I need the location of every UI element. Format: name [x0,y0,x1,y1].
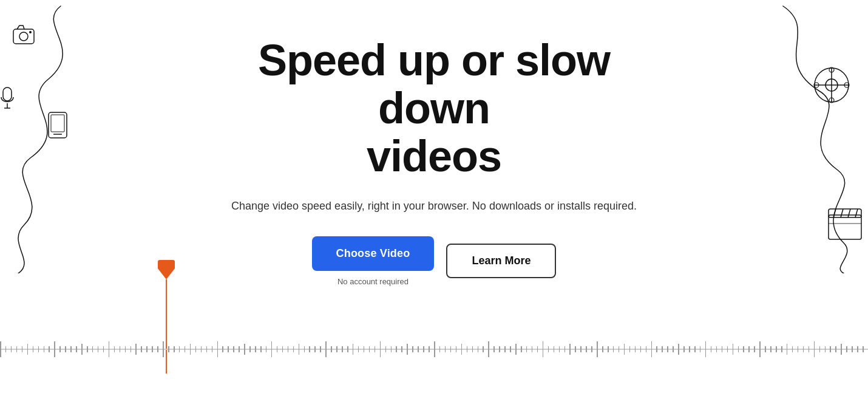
tick [727,346,728,352]
svg-point-14 [829,98,834,103]
svg-point-16 [844,83,849,87]
tick [244,344,245,355]
tick [135,344,137,355]
tick [222,346,223,352]
tick [331,346,332,352]
tick [515,344,517,355]
hero-title: Speed up or slow down videos [203,36,665,181]
tick [152,346,153,352]
tick [22,346,23,352]
hero-section: Speed up or slow down videos Change vide… [203,0,665,286]
tick [288,346,289,352]
learn-more-button[interactable]: Learn More [446,244,556,278]
tick [792,346,793,352]
tick [683,346,685,352]
tick [364,346,365,352]
tick [651,341,653,357]
tick [830,346,831,352]
svg-rect-8 [51,115,64,132]
tick [314,346,316,352]
tick [678,344,679,355]
svg-line-21 [848,209,850,217]
tick [803,346,804,352]
tick [217,341,219,357]
tick [852,346,853,352]
tick [16,346,18,352]
tick [499,346,500,352]
tick [765,346,766,352]
tick [185,346,186,352]
tick [559,346,560,352]
tick [733,344,734,355]
tick [146,346,147,352]
tick [418,346,419,352]
tick [103,346,104,352]
tick [521,346,522,352]
tick [586,346,587,352]
tick [27,344,29,355]
tick [835,346,836,352]
tick [401,346,402,352]
tick [787,344,788,355]
tick [325,341,327,357]
tick [0,341,1,357]
tick [445,346,446,352]
tick [569,344,571,355]
tick [320,346,321,352]
tick [369,346,370,352]
tick [781,346,782,352]
tick [59,346,61,352]
tick [748,346,750,352]
tick [461,344,463,355]
tick [70,346,72,352]
tick [299,344,300,355]
tick [347,346,348,352]
tick [141,346,142,352]
svg-rect-3 [3,87,12,101]
tick [92,346,93,352]
svg-rect-18 [829,209,861,217]
tick [163,341,164,357]
tick [472,346,473,352]
tick [488,341,489,357]
tick [689,346,690,352]
tick [863,346,864,352]
tick [597,341,598,357]
tick [249,346,251,352]
tick [396,346,397,352]
tick [81,344,83,355]
tick [429,346,430,352]
tick [423,346,424,352]
tick [174,346,175,352]
tick [266,346,267,352]
svg-point-1 [19,32,28,41]
tick [282,346,283,352]
tick [87,346,88,352]
tick [798,346,799,352]
tick [391,346,392,352]
tick [694,346,696,352]
tick [380,341,381,357]
tick [412,346,413,352]
choose-video-button[interactable]: Choose Video [312,236,435,271]
svg-rect-0 [13,29,34,44]
tick [239,346,240,352]
tick [38,346,39,352]
hero-subtitle: Change video speed easily, right in your… [231,198,637,214]
svg-rect-17 [829,215,861,239]
tick [277,346,278,352]
tick [613,346,614,352]
tick [591,346,592,352]
tick [841,344,842,355]
tick [711,346,712,352]
tick [716,346,717,352]
tick [554,346,555,352]
svg-rect-6 [49,112,67,138]
tick [770,346,771,352]
tick [44,346,45,352]
tick [504,346,506,352]
tick [722,346,723,352]
tick [543,341,544,357]
right-decoration [734,0,868,273]
tick [304,346,305,352]
